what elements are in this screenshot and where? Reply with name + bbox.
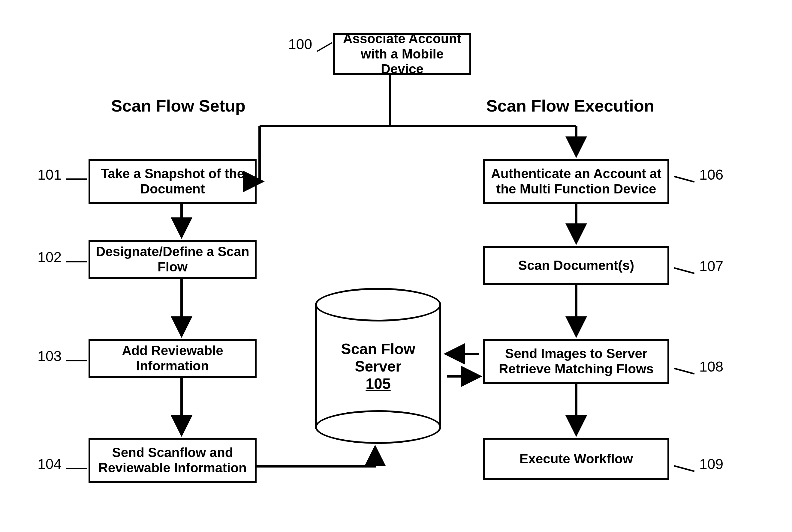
node-102-define-flow: Designate/Define a Scan Flow bbox=[89, 240, 257, 279]
node-108-send-images: Send Images to Server Retrieve Matching … bbox=[483, 339, 669, 384]
node-100-associate-account: Associate Account with a Mobile Device bbox=[333, 33, 471, 75]
node-103-add-info: Add Reviewable Information bbox=[89, 339, 257, 378]
node-101-snapshot: Take a Snapshot of the Document bbox=[89, 159, 257, 204]
cylinder-line2: Server bbox=[355, 358, 402, 375]
ref-tick-102 bbox=[66, 261, 87, 262]
ref-102: 102 bbox=[38, 249, 61, 265]
ref-108: 108 bbox=[699, 358, 723, 375]
ref-100: 100 bbox=[288, 36, 312, 53]
ref-104: 104 bbox=[38, 456, 61, 472]
ref-107: 107 bbox=[699, 258, 723, 274]
ref-106: 106 bbox=[699, 167, 723, 183]
node-106-authenticate: Authenticate an Account at the Multi Fun… bbox=[483, 159, 669, 204]
cylinder-line1: Scan Flow bbox=[341, 341, 415, 358]
flowchart-canvas: Scan Flow Setup Scan Flow Execution Asso… bbox=[0, 0, 792, 532]
node-109-execute: Execute Workflow bbox=[483, 438, 669, 480]
ref-tick-104 bbox=[66, 468, 87, 469]
ref-109: 109 bbox=[699, 456, 723, 472]
ref-tick-103 bbox=[66, 360, 87, 361]
ref-tick-109 bbox=[674, 465, 695, 472]
ref-tick-100 bbox=[317, 42, 332, 52]
ref-tick-108 bbox=[674, 368, 695, 375]
ref-103: 103 bbox=[38, 348, 61, 364]
cylinder-105-server: Scan Flow Server 105 bbox=[315, 288, 441, 444]
ref-tick-107 bbox=[674, 267, 695, 274]
node-104-send-scanflow: Send Scanflow and Reviewable Information bbox=[89, 438, 257, 483]
cylinder-num: 105 bbox=[366, 376, 390, 392]
ref-tick-106 bbox=[674, 176, 695, 183]
node-107-scan-docs: Scan Document(s) bbox=[483, 246, 669, 285]
ref-101: 101 bbox=[38, 167, 61, 183]
title-execution: Scan Flow Execution bbox=[486, 96, 654, 115]
ref-tick-101 bbox=[66, 178, 87, 180]
title-setup: Scan Flow Setup bbox=[111, 96, 245, 115]
